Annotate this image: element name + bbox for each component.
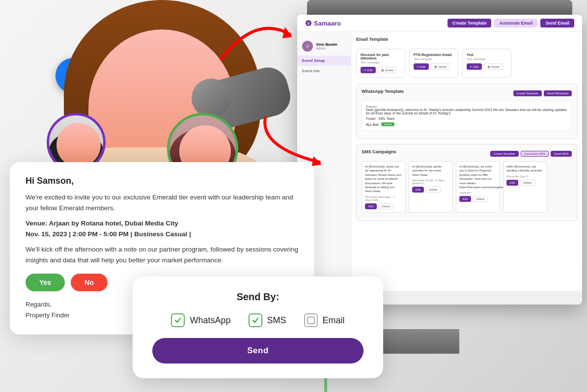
template-2-actions[interactable]: ✏ Edit 🗑 Delete — [414, 63, 454, 70]
sms-4-edit-btn[interactable]: Edit — [506, 180, 518, 186]
whatsapp-section: WhatsApp Template Create Template Send W… — [356, 84, 577, 139]
header-buttons-area[interactable]: Create Template Automate Email Send Emai… — [447, 19, 574, 28]
wa-create-btn[interactable]: Create Template — [513, 90, 542, 96]
sms-3-text: Hi {{firstname}}, we invite you to Epoch… — [459, 165, 497, 189]
send-by-options: WhatsApp SMS Email — [152, 313, 363, 327]
venue-text: Venue: Arjaan by Rotana hotel, Dubai Med… — [26, 220, 178, 227]
wa-send-btn[interactable]: Send WhatsApp — [544, 90, 572, 96]
template-1-actions[interactable]: ✏ Edit 🗑 Delete — [361, 67, 401, 73]
sms-3-edit-btn[interactable]: Edit — [459, 196, 471, 202]
sms-4-delete-btn[interactable]: Delete — [520, 180, 535, 186]
automate-email-button[interactable]: Automate Email — [494, 19, 537, 28]
sms-template-1: Hi {{firstname}}, thank you for register… — [362, 161, 406, 213]
whatsapp-checkbox[interactable] — [171, 313, 185, 327]
sms-send-btn[interactable]: Send SMS — [551, 151, 572, 157]
wa-subject-text: Dear {{profile.firstname}}, welcome to D… — [366, 108, 567, 115]
monitor-stand — [381, 329, 459, 354]
whatsapp-option[interactable]: WhatsApp — [171, 313, 230, 327]
user-info: V Vino Bastin Admin — [297, 37, 351, 56]
sms-4-label: Reminder Day 2 — [506, 175, 544, 178]
wa-active-badge: Active — [381, 122, 394, 126]
template-1-delete-btn[interactable]: 🗑 Delete — [378, 67, 397, 73]
datetime-text: Nov. 15, 2023 | 2:00 PM - 5:00 PM | Busi… — [26, 230, 191, 238]
svg-line-3 — [114, 188, 122, 192]
template-3-title: Test — [467, 53, 507, 56]
app-layout: V Vino Bastin Admin Event Setup Event In… — [297, 32, 582, 290]
sms-template-2: Hi {{firstname}}, gentle reminder for th… — [409, 161, 453, 213]
user-name: Vino Bastin — [316, 42, 337, 47]
whatsapp-header-buttons[interactable]: Create Template Send WhatsApp — [513, 90, 572, 96]
sms-1-delete-btn[interactable]: Delete — [378, 203, 393, 209]
sms-2-actions[interactable]: Edit Delete — [412, 187, 449, 193]
sms-3-delete-btn[interactable]: Delete — [473, 196, 488, 202]
sms-2-delete-btn[interactable]: Delete — [425, 187, 441, 193]
whatsapp-template-body: Subject Dear {{profile.firstname}}, welc… — [362, 101, 572, 131]
sms-create-btn[interactable]: Create Template — [490, 151, 519, 157]
sidebar-item-event-setup[interactable]: Event Setup — [297, 56, 351, 66]
email-template-1: Discount for past attendees Test campaig… — [356, 49, 405, 78]
sms-header-buttons[interactable]: Create Template Automated SMS Send SMS — [490, 151, 572, 157]
wa-status-label: ALL text — [366, 123, 378, 126]
email-line1: We're excited to invite you to our exclu… — [26, 192, 299, 213]
template-3-actions[interactable]: ✏ Edit 🗑 Delete — [467, 63, 507, 70]
facebook-like-icon: 👍 — [56, 58, 91, 93]
monitor-top-bezel — [307, 0, 572, 15]
monitor-content: S Samaaro Create Template Automate Email… — [297, 15, 582, 291]
sms-3-label: Invitation — [459, 191, 497, 194]
send-by-title: Send By: — [152, 291, 363, 303]
sms-4-text: Hello {{firstname}}, just sending a frie… — [506, 165, 544, 173]
sms-automated-btn[interactable]: Automated SMS — [521, 151, 549, 157]
company-text: Property Finder — [26, 311, 70, 319]
whatsapp-section-title: WhatsApp Template — [362, 89, 404, 94]
samaaro-app-header: S Samaaro Create Template Automate Email… — [297, 15, 582, 32]
template-2-delete-btn[interactable]: 🗑 Delete — [431, 63, 450, 70]
yes-button[interactable]: Yes — [26, 274, 65, 291]
sms-3-actions[interactable]: Edit Delete — [459, 196, 497, 202]
email-option[interactable]: Email — [304, 313, 345, 327]
email-template-3: Test Test campaign ✏ Edit 🗑 Delete — [462, 49, 511, 78]
sms-templates-grid: Hi {{firstname}}, thank you for register… — [362, 161, 572, 213]
wa-footer: Footer : DRL Team — [366, 117, 567, 120]
sms-4-actions[interactable]: Edit Delete — [506, 180, 544, 186]
template-3-delete-btn[interactable]: 🗑 Delete — [484, 63, 503, 70]
regards-text: Regards, — [26, 301, 52, 308]
email-section-header: Email Template — [356, 37, 577, 46]
main-content-area: Email Template Discount for past attende… — [351, 32, 582, 290]
sms-template-3: Hi {{firstname}}, we invite you to Epoch… — [456, 161, 500, 213]
samaaro-logo-area: S Samaaro — [305, 20, 341, 27]
create-template-button[interactable]: Create Template — [447, 19, 491, 28]
send-button[interactable]: Send — [152, 338, 363, 364]
template-3-sub: Test campaign — [467, 57, 507, 60]
no-button[interactable]: No — [71, 274, 108, 291]
whatsapp-label: WhatsApp — [190, 315, 230, 326]
template-1-edit-btn[interactable]: ✏ Edit — [361, 67, 376, 73]
template-1-title: Discount for past attendees — [361, 53, 401, 60]
send-email-button[interactable]: Send Email — [540, 19, 574, 28]
samaaro-logo-text: Samaaro — [314, 20, 341, 27]
template-3-edit-btn[interactable]: ✏ Edit — [467, 63, 482, 70]
svg-point-0 — [120, 186, 124, 190]
email-template-2: PTN Registration Email Test campaign ✏ E… — [409, 49, 458, 78]
red-arrow-1 — [211, 10, 300, 69]
user-avatar: V — [302, 41, 313, 52]
template-2-title: PTN Registration Email — [414, 53, 454, 56]
email-section: Email Template Discount for past attende… — [356, 37, 577, 78]
sms-option[interactable]: SMS — [249, 313, 286, 327]
user-role: Admin — [316, 47, 337, 50]
svg-text:S: S — [307, 21, 310, 26]
email-venue: Venue: Arjaan by Rotana hotel, Dubai Med… — [26, 218, 299, 239]
email-section-title: Email Template — [356, 37, 388, 42]
sidebar-item-event-info[interactable]: Event Info — [297, 66, 351, 76]
svg-marker-5 — [282, 27, 292, 38]
email-checkbox[interactable] — [304, 313, 318, 327]
template-2-edit-btn[interactable]: ✏ Edit — [414, 63, 429, 70]
share-icon-inner — [106, 179, 131, 205]
svg-line-4 — [114, 192, 122, 196]
sms-1-edit-btn[interactable]: Edit — [365, 203, 377, 209]
heart-notification-icon: ❤️ — [165, 18, 197, 51]
sms-1-actions[interactable]: Edit Delete — [365, 203, 402, 209]
sms-checkbox[interactable] — [249, 313, 262, 327]
monitor-screen: S Samaaro Create Template Automate Email… — [297, 15, 582, 305]
send-by-modal: Send By: WhatsApp SMS — [133, 277, 383, 378]
sms-2-edit-btn[interactable]: Edit — [412, 187, 424, 193]
